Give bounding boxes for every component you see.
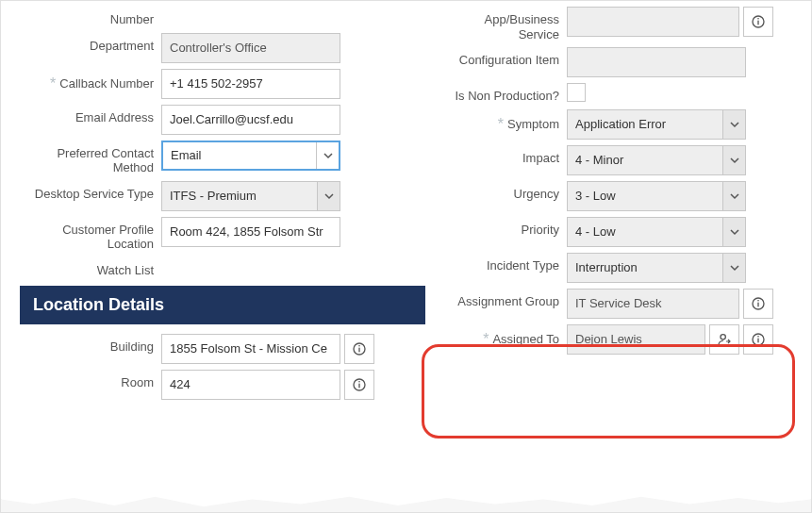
nonprod-label: Is Non Production? xyxy=(444,83,567,104)
impact-select[interactable]: 4 - Minor xyxy=(567,145,746,175)
svg-rect-4 xyxy=(358,383,359,388)
assign-group-info-button[interactable] xyxy=(743,289,773,319)
ci-label: Configuration Item xyxy=(444,47,567,68)
assigned-to-field[interactable]: Dejon Lewis xyxy=(567,324,705,355)
svg-rect-8 xyxy=(757,18,758,19)
chevron-down-icon xyxy=(722,110,745,139)
chevron-down-icon xyxy=(722,254,745,282)
left-column: Number Department Controller's Office Ca… xyxy=(1,1,435,405)
urgency-value: 3 - Low xyxy=(575,189,616,203)
watchlist-label: Watch List xyxy=(20,257,161,278)
email-label: Email Address xyxy=(20,105,161,125)
desktop-type-value: ITFS - Premium xyxy=(170,189,257,203)
number-label: Number xyxy=(20,7,161,27)
right-column: App/Business Service Configuration Item … xyxy=(435,1,811,405)
app-service-info-button[interactable] xyxy=(743,7,773,37)
assigned-to-assign-button[interactable] xyxy=(709,324,739,355)
symptom-value: Application Error xyxy=(575,117,666,131)
svg-rect-11 xyxy=(757,300,758,301)
symptom-select[interactable]: Application Error xyxy=(567,109,746,140)
incident-type-label: Incident Type xyxy=(444,253,567,273)
assigned-to-label: Assigned To xyxy=(444,324,567,348)
priority-value: 4 - Low xyxy=(575,224,616,239)
info-icon xyxy=(751,296,766,311)
desktop-type-select[interactable]: ITFS - Premium xyxy=(161,181,340,211)
symptom-label: Symptom xyxy=(444,109,567,133)
svg-rect-14 xyxy=(757,338,758,342)
building-label: Building xyxy=(20,334,161,355)
location-details-header: Location Details xyxy=(20,286,425,324)
info-icon xyxy=(751,14,766,29)
info-icon xyxy=(352,377,367,392)
ci-field xyxy=(567,47,746,77)
profile-location-label: Customer Profile Location xyxy=(20,217,161,252)
svg-rect-10 xyxy=(757,302,758,306)
room-label: Room xyxy=(20,370,161,390)
urgency-label: Urgency xyxy=(444,181,567,202)
priority-select[interactable]: 4 - Low xyxy=(567,217,746,247)
incident-type-value: Interruption xyxy=(575,260,638,274)
room-info-button[interactable] xyxy=(344,370,374,400)
chevron-down-icon xyxy=(722,182,745,210)
app-service-field xyxy=(567,7,739,37)
torn-edge-decoration xyxy=(1,489,811,513)
department-field: Controller's Office xyxy=(161,33,340,63)
profile-location-input[interactable] xyxy=(161,217,340,247)
assign-person-icon xyxy=(717,332,732,347)
contact-method-select[interactable]: Email xyxy=(161,141,340,171)
nonprod-checkbox[interactable] xyxy=(567,83,586,102)
svg-rect-15 xyxy=(757,336,758,337)
chevron-down-icon xyxy=(722,146,745,174)
info-icon xyxy=(751,332,766,347)
chevron-down-icon xyxy=(316,142,339,169)
chevron-down-icon xyxy=(722,218,745,246)
svg-rect-2 xyxy=(358,345,359,346)
svg-rect-5 xyxy=(358,381,359,382)
desktop-type-label: Desktop Service Type xyxy=(20,181,161,202)
callback-input[interactable] xyxy=(161,69,340,99)
building-info-button[interactable] xyxy=(344,334,374,364)
callback-label: Callback Number xyxy=(20,69,161,92)
building-input[interactable] xyxy=(161,334,340,364)
svg-rect-1 xyxy=(358,347,359,352)
contact-method-value: Email xyxy=(171,148,202,162)
info-icon xyxy=(352,341,367,356)
assign-group-field[interactable]: IT Service Desk xyxy=(567,289,739,319)
app-service-label: App/Business Service xyxy=(444,7,567,41)
department-label: Department xyxy=(20,33,161,54)
svg-point-12 xyxy=(721,334,725,339)
impact-label: Impact xyxy=(444,145,567,166)
impact-value: 4 - Minor xyxy=(575,153,623,167)
email-input[interactable] xyxy=(161,105,340,135)
incident-form: { "left": { "number_label": "Number", "d… xyxy=(0,0,812,513)
incident-type-select[interactable]: Interruption xyxy=(567,253,746,283)
room-input[interactable] xyxy=(161,370,340,400)
priority-label: Priority xyxy=(444,217,567,238)
urgency-select[interactable]: 3 - Low xyxy=(567,181,746,211)
svg-rect-7 xyxy=(757,21,758,25)
assigned-to-info-button[interactable] xyxy=(743,324,773,355)
contact-method-label: Preferred Contact Method xyxy=(20,141,161,175)
chevron-down-icon xyxy=(317,182,340,210)
assign-group-label: Assignment Group xyxy=(444,289,567,309)
